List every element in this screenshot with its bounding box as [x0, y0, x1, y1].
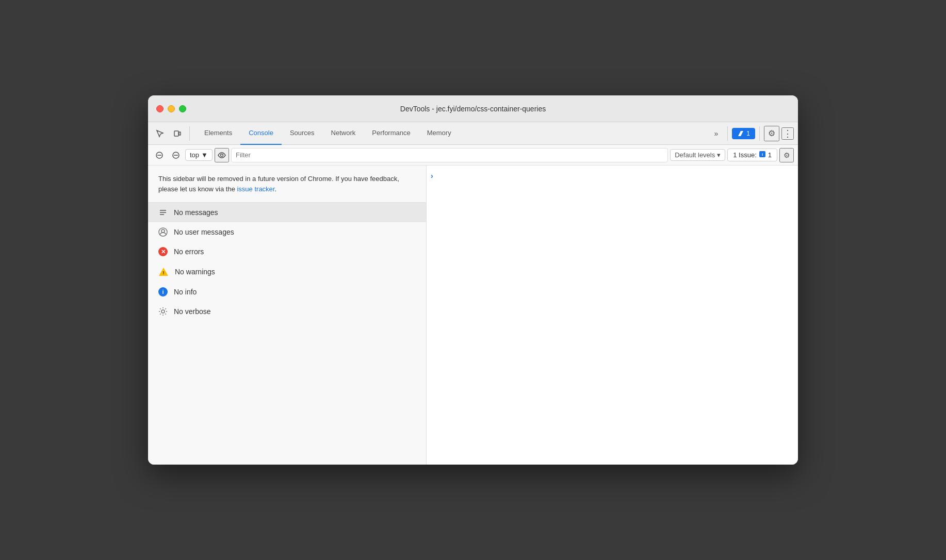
divider	[189, 126, 190, 141]
filter-item-user[interactable]: No user messages	[148, 222, 426, 242]
divider	[727, 126, 728, 141]
main-content: This sidebar will be removed in a future…	[148, 166, 798, 465]
window-title: DevTools - jec.fyi/demo/css-container-qu…	[400, 105, 546, 113]
verbose-icon	[158, 307, 168, 316]
more-options-button[interactable]: ⋮	[781, 127, 794, 140]
tab-network[interactable]: Network	[323, 122, 364, 145]
minimize-button[interactable]	[168, 105, 175, 112]
issues-counter[interactable]: 1 Issue: i 1	[727, 149, 777, 161]
settings-button[interactable]: ⚙	[764, 126, 779, 141]
divider	[759, 126, 760, 141]
filter-item-verbose[interactable]: No verbose	[148, 302, 426, 321]
log-levels-dropdown[interactable]: Default levels ▾	[670, 149, 725, 161]
info-icon: i	[158, 287, 168, 297]
context-selector[interactable]: top ▼	[185, 149, 213, 161]
svg-rect-0	[174, 131, 178, 136]
title-bar: DevTools - jec.fyi/demo/css-container-qu…	[148, 95, 798, 122]
console-toolbar: top ▼ Default levels ▾ 1 Issue: i 1 ⚙	[148, 145, 798, 166]
error-icon: ✕	[158, 247, 168, 256]
maximize-button[interactable]	[179, 105, 186, 112]
more-tabs-button[interactable]: »	[709, 126, 723, 141]
svg-rect-1	[179, 132, 181, 135]
tabs-bar: Elements Console Sources Network Perform…	[148, 122, 798, 145]
svg-point-6	[220, 154, 223, 156]
filter-item-warnings[interactable]: ! No warnings	[148, 261, 426, 282]
svg-text:!: !	[163, 270, 165, 275]
sidebar: This sidebar will be removed in a future…	[148, 166, 427, 465]
issue-tracker-link[interactable]: issue tracker	[237, 185, 274, 193]
traffic-lights	[156, 105, 186, 112]
filter-item-errors[interactable]: ✕ No errors	[148, 242, 426, 261]
tab-memory[interactable]: Memory	[419, 122, 460, 145]
messages-icon	[158, 208, 168, 217]
no-entry-button[interactable]	[169, 148, 183, 162]
tabs-right: » 1 ⚙ ⋮	[709, 126, 794, 141]
inspect-element-button[interactable]	[152, 126, 168, 141]
filter-item-info[interactable]: i No info	[148, 282, 426, 302]
tab-console[interactable]: Console	[240, 122, 282, 145]
dropdown-arrow-icon: ▼	[201, 151, 208, 159]
console-output[interactable]: ›	[427, 166, 798, 465]
console-settings-button[interactable]: ⚙	[779, 148, 794, 162]
device-toolbar-button[interactable]	[170, 126, 185, 141]
svg-point-14	[161, 229, 165, 233]
clear-console-button[interactable]	[152, 148, 167, 162]
issues-badge[interactable]: 1	[732, 128, 755, 139]
live-expressions-button[interactable]	[215, 148, 229, 162]
tab-sources[interactable]: Sources	[282, 122, 323, 145]
issues-icon: i	[759, 151, 766, 159]
tab-performance[interactable]: Performance	[364, 122, 418, 145]
sidebar-notice: This sidebar will be removed in a future…	[148, 166, 426, 203]
warning-icon: !	[158, 267, 169, 277]
dropdown-chevron-icon: ▾	[717, 151, 721, 159]
filter-item-messages[interactable]: No messages	[148, 203, 426, 222]
filter-list: No messages No user messages ✕ No errors	[148, 203, 426, 321]
tab-elements[interactable]: Elements	[196, 122, 240, 145]
user-icon	[158, 227, 168, 237]
svg-text:i: i	[762, 152, 763, 157]
filter-input[interactable]	[231, 148, 668, 162]
tab-icon-group	[152, 126, 192, 141]
devtools-window: DevTools - jec.fyi/demo/css-container-qu…	[148, 95, 798, 465]
console-prompt: ›	[431, 172, 433, 180]
close-button[interactable]	[156, 105, 164, 112]
svg-point-17	[161, 310, 165, 313]
